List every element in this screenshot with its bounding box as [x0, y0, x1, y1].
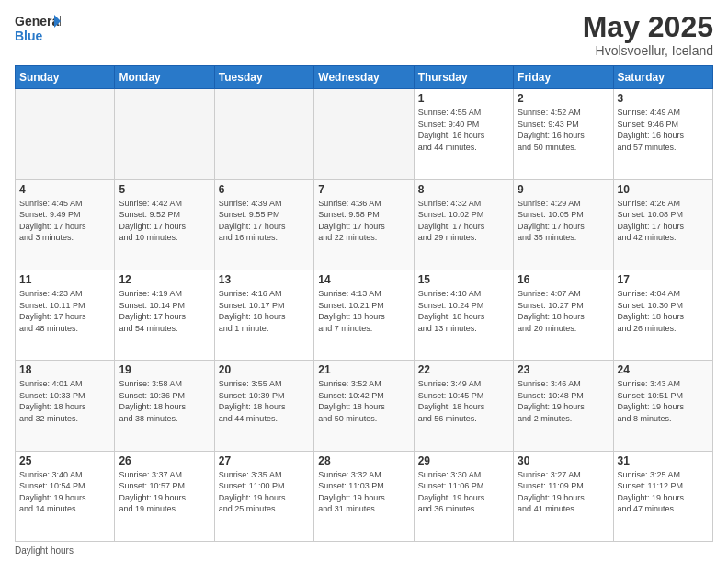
day-info: Sunrise: 3:30 AM Sunset: 11:06 PM Daylig… [418, 469, 509, 515]
calendar-cell: 17Sunrise: 4:04 AM Sunset: 10:30 PM Dayl… [613, 270, 712, 360]
day-info: Sunrise: 3:27 AM Sunset: 11:09 PM Daylig… [518, 469, 609, 515]
calendar-cell: 23Sunrise: 3:46 AM Sunset: 10:48 PM Dayl… [514, 361, 613, 451]
day-number: 23 [518, 363, 609, 376]
day-number: 31 [618, 454, 709, 467]
day-info: Sunrise: 3:40 AM Sunset: 10:54 PM Daylig… [19, 469, 110, 515]
month-title: May 2025 [583, 11, 713, 43]
calendar-cell: 4Sunrise: 4:45 AM Sunset: 9:49 PM Daylig… [16, 179, 115, 270]
calendar-cell: 28Sunrise: 3:32 AM Sunset: 11:03 PM Dayl… [314, 451, 414, 541]
day-number: 15 [418, 273, 509, 286]
day-number: 16 [518, 273, 609, 286]
calendar-cell: 2Sunrise: 4:52 AM Sunset: 9:43 PM Daylig… [514, 89, 613, 179]
day-info: Sunrise: 4:19 AM Sunset: 10:14 PM Daylig… [119, 288, 210, 334]
calendar-cell: 20Sunrise: 3:55 AM Sunset: 10:39 PM Dayl… [214, 361, 313, 451]
weekday-header-monday: Monday [115, 66, 214, 89]
weekday-header-tuesday: Tuesday [214, 66, 313, 89]
day-number: 28 [318, 454, 409, 467]
day-number: 2 [518, 92, 609, 105]
calendar-cell: 13Sunrise: 4:16 AM Sunset: 10:17 PM Dayl… [214, 270, 313, 360]
day-info: Sunrise: 3:35 AM Sunset: 11:00 PM Daylig… [219, 469, 310, 515]
calendar-week-2: 4Sunrise: 4:45 AM Sunset: 9:49 PM Daylig… [16, 179, 713, 270]
calendar-cell: 18Sunrise: 4:01 AM Sunset: 10:33 PM Dayl… [16, 361, 115, 451]
page: General Blue May 2025 Hvolsvoellur, Icel… [0, 0, 728, 563]
day-number: 12 [119, 273, 210, 286]
day-number: 30 [518, 454, 609, 467]
weekday-header-wednesday: Wednesday [314, 66, 414, 89]
calendar-cell: 1Sunrise: 4:55 AM Sunset: 9:40 PM Daylig… [414, 89, 513, 179]
day-number: 7 [318, 183, 409, 196]
day-number: 3 [618, 92, 709, 105]
weekday-header-thursday: Thursday [414, 66, 513, 89]
header: General Blue May 2025 Hvolsvoellur, Icel… [15, 11, 713, 58]
calendar-cell: 16Sunrise: 4:07 AM Sunset: 10:27 PM Dayl… [514, 270, 613, 360]
day-number: 25 [19, 454, 110, 467]
day-info: Sunrise: 4:04 AM Sunset: 10:30 PM Daylig… [618, 288, 709, 334]
calendar-week-4: 18Sunrise: 4:01 AM Sunset: 10:33 PM Dayl… [16, 361, 713, 451]
day-info: Sunrise: 4:26 AM Sunset: 10:08 PM Daylig… [618, 198, 709, 244]
day-number: 26 [119, 454, 210, 467]
calendar-cell [214, 89, 313, 179]
day-number: 9 [518, 183, 609, 196]
day-info: Sunrise: 4:39 AM Sunset: 9:55 PM Dayligh… [219, 198, 310, 244]
weekday-header-saturday: Saturday [613, 66, 712, 89]
calendar-cell: 3Sunrise: 4:49 AM Sunset: 9:46 PM Daylig… [613, 89, 712, 179]
day-number: 29 [418, 454, 509, 467]
day-number: 11 [19, 273, 110, 286]
svg-text:General: General [15, 14, 61, 29]
calendar-cell: 10Sunrise: 4:26 AM Sunset: 10:08 PM Dayl… [613, 179, 712, 270]
logo: General Blue [15, 11, 61, 46]
day-info: Sunrise: 3:58 AM Sunset: 10:36 PM Daylig… [119, 378, 210, 424]
day-number: 27 [219, 454, 310, 467]
daylight-label: Daylight hours [15, 546, 74, 556]
day-number: 4 [19, 183, 110, 196]
day-info: Sunrise: 4:10 AM Sunset: 10:24 PM Daylig… [418, 288, 509, 334]
calendar-cell: 22Sunrise: 3:49 AM Sunset: 10:45 PM Dayl… [414, 361, 513, 451]
calendar-cell: 27Sunrise: 3:35 AM Sunset: 11:00 PM Dayl… [214, 451, 313, 541]
day-number: 10 [618, 183, 709, 196]
calendar-cell: 29Sunrise: 3:30 AM Sunset: 11:06 PM Dayl… [414, 451, 513, 541]
weekday-header-friday: Friday [514, 66, 613, 89]
day-number: 21 [318, 363, 409, 376]
day-info: Sunrise: 4:07 AM Sunset: 10:27 PM Daylig… [518, 288, 609, 334]
day-number: 24 [618, 363, 709, 376]
day-number: 6 [219, 183, 310, 196]
day-number: 17 [618, 273, 709, 286]
calendar-cell [314, 89, 414, 179]
day-info: Sunrise: 3:32 AM Sunset: 11:03 PM Daylig… [318, 469, 409, 515]
day-info: Sunrise: 3:25 AM Sunset: 11:12 PM Daylig… [618, 469, 709, 515]
location: Hvolsvoellur, Iceland [583, 43, 713, 58]
calendar-week-1: 1Sunrise: 4:55 AM Sunset: 9:40 PM Daylig… [16, 89, 713, 179]
day-info: Sunrise: 4:23 AM Sunset: 10:11 PM Daylig… [19, 288, 110, 334]
day-info: Sunrise: 4:36 AM Sunset: 9:58 PM Dayligh… [318, 198, 409, 244]
logo-svg: General Blue [15, 11, 61, 46]
day-info: Sunrise: 4:29 AM Sunset: 10:05 PM Daylig… [518, 198, 609, 244]
calendar-cell [115, 89, 214, 179]
day-number: 22 [418, 363, 509, 376]
day-info: Sunrise: 4:13 AM Sunset: 10:21 PM Daylig… [318, 288, 409, 334]
calendar-cell [16, 89, 115, 179]
day-number: 14 [318, 273, 409, 286]
calendar-cell: 24Sunrise: 3:43 AM Sunset: 10:51 PM Dayl… [613, 361, 712, 451]
day-info: Sunrise: 4:01 AM Sunset: 10:33 PM Daylig… [19, 378, 110, 424]
day-number: 8 [418, 183, 509, 196]
calendar-cell: 31Sunrise: 3:25 AM Sunset: 11:12 PM Dayl… [613, 451, 712, 541]
day-info: Sunrise: 3:49 AM Sunset: 10:45 PM Daylig… [418, 378, 509, 424]
calendar-table: SundayMondayTuesdayWednesdayThursdayFrid… [15, 65, 713, 542]
day-number: 13 [219, 273, 310, 286]
calendar-cell: 15Sunrise: 4:10 AM Sunset: 10:24 PM Dayl… [414, 270, 513, 360]
calendar-cell: 19Sunrise: 3:58 AM Sunset: 10:36 PM Dayl… [115, 361, 214, 451]
svg-text:Blue: Blue [15, 29, 43, 43]
day-info: Sunrise: 3:37 AM Sunset: 10:57 PM Daylig… [119, 469, 210, 515]
day-number: 1 [418, 92, 509, 105]
calendar-cell: 14Sunrise: 4:13 AM Sunset: 10:21 PM Dayl… [314, 270, 414, 360]
calendar-cell: 21Sunrise: 3:52 AM Sunset: 10:42 PM Dayl… [314, 361, 414, 451]
day-info: Sunrise: 3:46 AM Sunset: 10:48 PM Daylig… [518, 378, 609, 424]
day-info: Sunrise: 4:52 AM Sunset: 9:43 PM Dayligh… [518, 107, 609, 153]
day-info: Sunrise: 4:42 AM Sunset: 9:52 PM Dayligh… [119, 198, 210, 244]
calendar-cell: 26Sunrise: 3:37 AM Sunset: 10:57 PM Dayl… [115, 451, 214, 541]
calendar-cell: 25Sunrise: 3:40 AM Sunset: 10:54 PM Dayl… [16, 451, 115, 541]
calendar-cell: 5Sunrise: 4:42 AM Sunset: 9:52 PM Daylig… [115, 179, 214, 270]
weekday-header-row: SundayMondayTuesdayWednesdayThursdayFrid… [16, 66, 713, 89]
day-number: 5 [119, 183, 210, 196]
day-number: 20 [219, 363, 310, 376]
